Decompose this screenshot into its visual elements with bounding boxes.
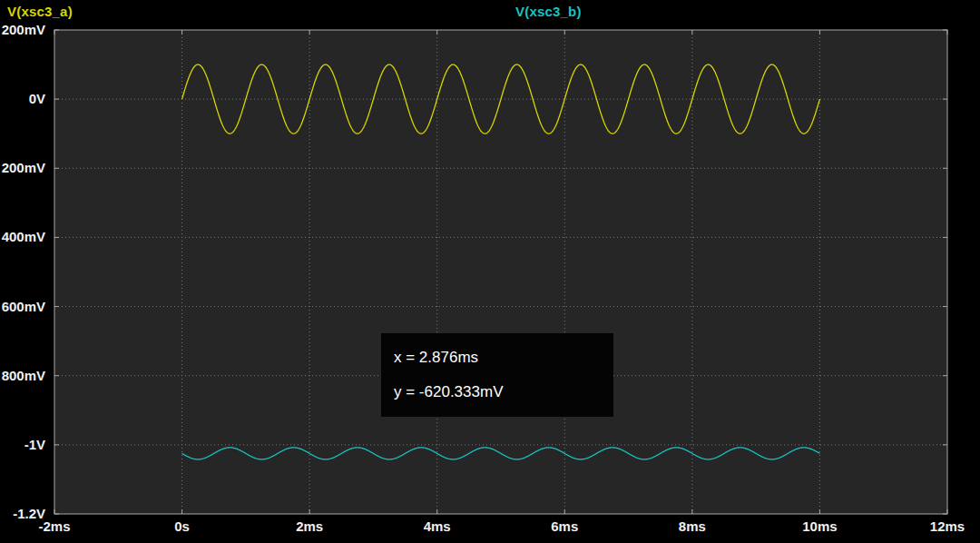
x-tick-label: 0s (155, 518, 210, 534)
cursor-x-value: x = 2.876ms (394, 349, 613, 367)
waveform-viewer: { "legend": { "trace_a": { "label": "V(x… (0, 0, 980, 543)
plot-area[interactable]: V(xsc3_a) V(xsc3_b) -2ms0s2ms4ms6ms8ms10… (0, 0, 980, 543)
legend-trace-b: V(xsc3_b) (515, 4, 582, 19)
x-tick-label: 6ms (537, 518, 592, 534)
y-tick-label: -1.2V (0, 505, 45, 523)
y-tick-label: 200mV (0, 159, 45, 177)
cursor-readout: x = 2.876ms y = -620.333mV (381, 333, 613, 417)
plot-canvas[interactable] (0, 0, 980, 543)
y-tick-label: 400mV (0, 228, 45, 246)
x-tick-label: 4ms (410, 518, 465, 534)
y-tick-label: -1V (0, 436, 45, 454)
y-tick-label: 200mV (0, 21, 45, 39)
plot-background (54, 30, 947, 514)
legend-trace-a: V(xsc3_a) (7, 4, 73, 19)
x-tick-label: 12ms (920, 518, 975, 534)
y-tick-label: 800mV (0, 367, 45, 385)
y-tick-label: 0V (0, 90, 45, 108)
y-tick-label: 600mV (0, 298, 45, 316)
x-tick-label: 10ms (792, 518, 847, 534)
x-tick-label: 2ms (282, 518, 337, 534)
x-tick-label: 8ms (665, 518, 720, 534)
cursor-y-value: y = -620.333mV (394, 383, 613, 401)
